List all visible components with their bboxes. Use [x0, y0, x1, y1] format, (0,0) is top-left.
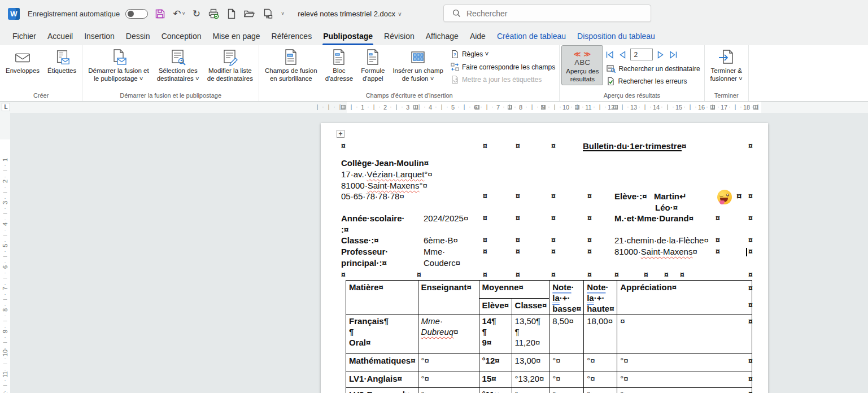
tab-conception[interactable]: Conception [156, 28, 207, 45]
modifier-liste-button[interactable]: Modifier la liste de destinataires [203, 45, 257, 84]
document-heading[interactable]: Bulletin·du·1er·trimestre¤ [583, 141, 686, 151]
table-column-marker[interactable] [575, 105, 579, 110]
table-column-marker[interactable] [541, 105, 546, 110]
quick-print-icon[interactable] [208, 8, 219, 19]
tab-fichier[interactable]: Fichier [7, 28, 42, 45]
parents-address-1[interactable]: 21·chemin·de·la·Flèche¤ [614, 235, 709, 246]
cell-end-mark: ¤ [516, 269, 520, 280]
tab-creation-de-tableau[interactable]: Création de tableau [491, 28, 572, 45]
student-name-line1[interactable]: Martin↵ [654, 191, 687, 202]
rechercher-erreurs-button[interactable]: Rechercher les erreurs [607, 77, 700, 86]
inserer-champ-fusion-button[interactable]: Insérer un champ de fusion ˅ [389, 45, 447, 84]
tab-insertion[interactable]: Insertion [78, 28, 120, 45]
table-column-marker[interactable] [753, 105, 758, 110]
rechercher-erreurs-label: Rechercher les erreurs [618, 77, 687, 85]
student-label[interactable]: Elève·:¤ [614, 191, 647, 202]
student-name-line2[interactable]: Léo·¤ [655, 202, 678, 213]
save-icon[interactable] [155, 8, 165, 19]
faire-correspondre-button[interactable]: Faire correspondre les champs [451, 63, 555, 71]
table-column-marker[interactable] [613, 105, 618, 110]
next-record-icon[interactable] [657, 51, 665, 59]
parents-name[interactable]: M.·et·Mme·Durand¤ [614, 213, 693, 224]
col-header-enseignant[interactable]: Enseignant¤ [418, 281, 479, 315]
parents-address-2[interactable]: 81000·Saint-Maxens¤ [614, 246, 697, 257]
table-column-marker[interactable] [341, 105, 346, 110]
table-row-lv1-anglais[interactable]: LV1·Anglais¤ °¤ 15¤ °13,20¤ °¤ °¤ °¤ [346, 372, 752, 388]
year-label-line2[interactable]: :¤ [341, 224, 348, 235]
col-header-matiere[interactable]: Matière¤ [346, 281, 418, 315]
col-header-note-basse[interactable]: Note· la·+· basse¤ [549, 281, 584, 315]
new-document-icon[interactable] [226, 8, 236, 19]
qat-more-icon[interactable]: ˅ [281, 11, 284, 16]
terminer-fusionner-button[interactable]: Terminer & fusionner ˅ [706, 45, 747, 84]
enveloppes-button[interactable]: Enveloppes [2, 45, 43, 76]
tab-mise-en-page[interactable]: Mise en page [207, 28, 265, 45]
table-row-lv2-espagnol[interactable]: LV2·Espagnol¤ °¤ °11¤ °¤ °¤ °¤ °¤ [346, 388, 752, 393]
school-phone[interactable]: 05·65·78·78·78¤ [341, 191, 404, 202]
last-record-icon[interactable] [669, 51, 678, 59]
ruler-tick: · [0, 227, 10, 233]
tab-stop-selector[interactable]: L [2, 103, 10, 111]
selection-destinataires-label: Sélection des destinataires ˅ [157, 67, 199, 83]
tab-references[interactable]: Références [266, 28, 318, 45]
col-header-classe[interactable]: Classe¤ [512, 298, 549, 314]
col-header-moyenne[interactable]: Moyenne¤ [479, 281, 549, 299]
year-value[interactable]: 2024/2025¤ [424, 213, 468, 224]
champs-surbrillance-button[interactable]: Champs de fusion en surbrillance [261, 45, 321, 84]
col-header-eleve[interactable]: Elève¤ [479, 298, 512, 314]
tab-disposition-du-tableau[interactable]: Disposition du tableau [572, 28, 661, 45]
table-move-handle-icon[interactable]: + [337, 130, 344, 138]
table-column-marker[interactable] [710, 105, 715, 110]
search-box[interactable] [443, 5, 651, 22]
regles-button[interactable]: ? Règles ˅ [451, 50, 555, 59]
autosave-toggle[interactable] [125, 9, 148, 19]
table-column-marker[interactable] [508, 105, 512, 110]
redo-icon[interactable]: ↻ [193, 9, 200, 19]
selection-destinataires-button[interactable]: Sélection des destinataires ˅ [153, 45, 203, 84]
school-address-2[interactable]: 81000·Saint-Maxens°¤ [341, 180, 428, 191]
search-input[interactable] [466, 9, 625, 18]
undo-chevron-icon[interactable]: ˅ [182, 11, 185, 16]
open-folder-icon[interactable] [243, 8, 255, 19]
horizontal-ruler[interactable]: |·|·|·|·1·|·2·|·3·|·4·|·5·|·6·|·7·|·8·|·… [0, 102, 868, 113]
rechercher-destinataire-button[interactable]: Rechercher un destinataire [607, 64, 700, 73]
record-number-field[interactable] [630, 49, 653, 60]
tab-accueil[interactable]: Accueil [42, 28, 78, 45]
teacher-value-line1[interactable]: Mme· [424, 246, 445, 257]
class-label[interactable]: Classe·:¤ [341, 235, 379, 246]
year-label-line1[interactable]: Année·scolaire· [341, 213, 405, 224]
table-row-mathematiques[interactable]: Mathématiques¤ °¤ °12¤ 13,00¤ °¤ °¤ °¤ [346, 354, 752, 372]
table-column-marker[interactable] [475, 105, 479, 110]
teacher-label-line1[interactable]: Professeur· [341, 246, 388, 257]
class-value[interactable]: 6ème·B¤ [424, 235, 458, 246]
tab-affichage[interactable]: Affichage [420, 28, 464, 45]
document-title[interactable]: relevé notes trimestriel 2.docx˅ [298, 10, 402, 18]
document-canvas[interactable]: 1·—·2·—·3·—·4·—·5·—·6·—·7·—·8·—·9·—·10·—… [0, 113, 868, 393]
col-header-note-haute[interactable]: Note· la·+· haute¤ [584, 281, 617, 315]
undo-icon[interactable]: ↶˅ [173, 9, 185, 19]
document-page[interactable]: + Bulletin·du·1er·trimestre¤ Collège·Jea… [321, 123, 768, 393]
tab-aide[interactable]: Aide [464, 28, 491, 45]
word-logo-icon[interactable]: W [8, 8, 20, 20]
school-address-1[interactable]: 17·av.·Vézian·Larquet°¤ [341, 169, 433, 180]
grades-table[interactable]: Matière¤ Enseignant¤ Moyenne¤ Note· la·+… [346, 280, 752, 393]
bloc-adresse-button[interactable]: Bloc d'adresse [321, 45, 357, 84]
teacher-label-line2[interactable]: principal·:¤ [341, 257, 387, 268]
table-column-marker[interactable] [413, 105, 418, 110]
demarrer-fusion-button[interactable]: Démarrer la fusion et le publipostage ˅ [84, 45, 152, 84]
school-name[interactable]: Collège·Jean-Moulin¤ [341, 158, 429, 168]
apercu-resultats-toggle[interactable]: ≪ ≫ABC Aperçu des résultats [561, 45, 603, 85]
winking-tongue-emoji[interactable] [717, 190, 732, 204]
col-header-appreciation[interactable]: Appréciation¤ [617, 281, 752, 315]
previous-record-icon[interactable] [618, 51, 626, 59]
print-preview-icon[interactable] [263, 8, 273, 19]
formule-appel-button[interactable]: Formule d'appel [357, 45, 389, 84]
tab-publipostage[interactable]: Publipostage [317, 28, 378, 45]
vertical-ruler[interactable]: 1·—·2·—·3·—·4·—·5·—·6·—·7·—·8·—·9·—·10·—… [0, 113, 10, 393]
tab-dessin[interactable]: Dessin [120, 28, 156, 45]
table-row-francais[interactable]: Français¶ ¶ Oral¤ Mme·Dubreuq¤ 14¶ ¶ 9¤ … [346, 315, 752, 354]
etiquettes-button[interactable]: Étiquettes [43, 45, 80, 76]
first-record-icon[interactable] [605, 51, 614, 59]
teacher-value-line2[interactable]: Couderc¤ [424, 257, 460, 268]
tab-revision[interactable]: Révision [378, 28, 420, 45]
